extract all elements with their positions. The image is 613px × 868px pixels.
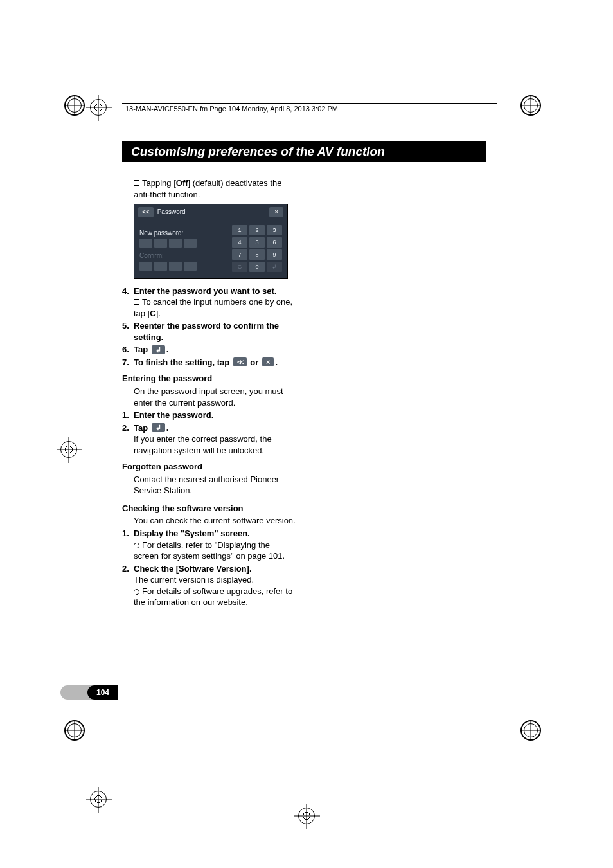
step-6: 6. Tap . bbox=[122, 344, 297, 356]
key-9: 9 bbox=[267, 249, 282, 260]
forgotten-password-heading: Forgotten password bbox=[122, 461, 297, 473]
shot-close-button: × bbox=[269, 207, 283, 217]
password-screenshot: << Password × New password: Confirm: 1 2… bbox=[134, 204, 288, 279]
header-rule bbox=[122, 103, 497, 104]
checking-version-heading: Checking the software version bbox=[122, 503, 297, 514]
checking-version-body: You can check the current software versi… bbox=[122, 515, 297, 527]
check-step-1: 1. Display the "System" screen. For deta… bbox=[122, 528, 297, 562]
cropmark-br-big bbox=[520, 720, 541, 741]
step-7-title: To finish the setting, tap or . bbox=[134, 357, 297, 368]
cropmark-bc bbox=[298, 808, 315, 824]
cropmark-ml bbox=[60, 441, 77, 458]
step-4-title: Enter the password you want to set. bbox=[134, 285, 297, 297]
enter-step-2-title: Tap . bbox=[134, 422, 297, 434]
cropmark-tl-small bbox=[90, 99, 107, 116]
key-7: 7 bbox=[232, 249, 247, 260]
step-4-body: To cancel the input numbers one by one, … bbox=[134, 296, 297, 319]
page-number: 104 bbox=[87, 685, 118, 700]
ref-icon bbox=[132, 588, 140, 595]
section-title: Customising preferences of the AV functi… bbox=[122, 141, 486, 162]
cropmark-bl-small bbox=[90, 791, 107, 808]
key-c: C bbox=[232, 262, 247, 272]
enter-step-1: 1. Enter the password. bbox=[122, 410, 297, 421]
cropmark-tl-big bbox=[64, 95, 85, 116]
enter-step-2-body: If you enter the correct password, the n… bbox=[134, 433, 297, 456]
enter-icon bbox=[152, 345, 165, 354]
check-step-2-body: For details of software upgrades, refer … bbox=[134, 586, 297, 608]
cropmark-tr-big bbox=[520, 95, 541, 116]
shot-keypad: 1 2 3 4 5 6 7 8 9 C 0 ↲ bbox=[232, 225, 282, 272]
shot-pw-boxes bbox=[139, 262, 226, 271]
entering-password-heading: Entering the password bbox=[122, 373, 297, 384]
key-6: 6 bbox=[267, 237, 282, 248]
intro-text: Tapping [Off] (default) deactivates the … bbox=[122, 177, 297, 200]
shot-new-password-label: New password: bbox=[139, 229, 226, 238]
step-6-title: Tap . bbox=[134, 344, 297, 356]
cropmark-bl-big bbox=[64, 720, 85, 741]
key-2: 2 bbox=[249, 225, 265, 235]
crop-line bbox=[85, 107, 108, 107]
step-7: 7. To finish the setting, tap or . bbox=[122, 357, 297, 368]
key-enter: ↲ bbox=[267, 262, 282, 272]
shot-confirm-label: Confirm: bbox=[139, 251, 226, 260]
shot-back-button: << bbox=[138, 207, 154, 217]
check-step-2: 2. Check the [Software Version]. The cur… bbox=[122, 563, 297, 608]
step-4: 4. Enter the password you want to set. T… bbox=[122, 285, 297, 320]
key-5: 5 bbox=[249, 237, 265, 248]
ref-icon bbox=[132, 541, 140, 549]
enter-step-1-title: Enter the password. bbox=[134, 410, 297, 421]
key-1: 1 bbox=[232, 225, 247, 235]
key-8: 8 bbox=[249, 249, 265, 260]
step-5-title: Reenter the password to confirm the sett… bbox=[134, 320, 297, 343]
close-icon bbox=[262, 357, 274, 366]
back-icon bbox=[233, 357, 247, 366]
note-icon bbox=[134, 180, 139, 186]
shot-title: Password bbox=[157, 208, 265, 217]
shot-pw-boxes bbox=[139, 239, 226, 248]
check-step-2-line: The current version is displayed. bbox=[134, 574, 297, 586]
check-step-1-body: For details, refer to "Displaying the sc… bbox=[134, 539, 297, 562]
crop-line bbox=[495, 107, 518, 107]
check-step-2-title: Check the [Software Version]. bbox=[134, 563, 297, 575]
enter-step-2: 2. Tap . If you enter the correct passwo… bbox=[122, 422, 297, 457]
check-step-1-title: Display the "System" screen. bbox=[134, 528, 297, 539]
header-path-text: 13-MAN-AVICF550-EN.fm Page 104 Monday, A… bbox=[125, 105, 338, 113]
page-number-tab: 104 bbox=[60, 685, 118, 700]
note-icon bbox=[134, 299, 139, 305]
step-5: 5. Reenter the password to confirm the s… bbox=[122, 320, 297, 343]
key-4: 4 bbox=[232, 237, 247, 248]
entering-password-body: On the password input screen, you must e… bbox=[122, 386, 297, 408]
enter-icon bbox=[152, 423, 165, 432]
forgotten-password-body: Contact the nearest authorised Pioneer S… bbox=[122, 474, 297, 496]
key-0: 0 bbox=[249, 262, 265, 272]
key-3: 3 bbox=[267, 225, 282, 235]
